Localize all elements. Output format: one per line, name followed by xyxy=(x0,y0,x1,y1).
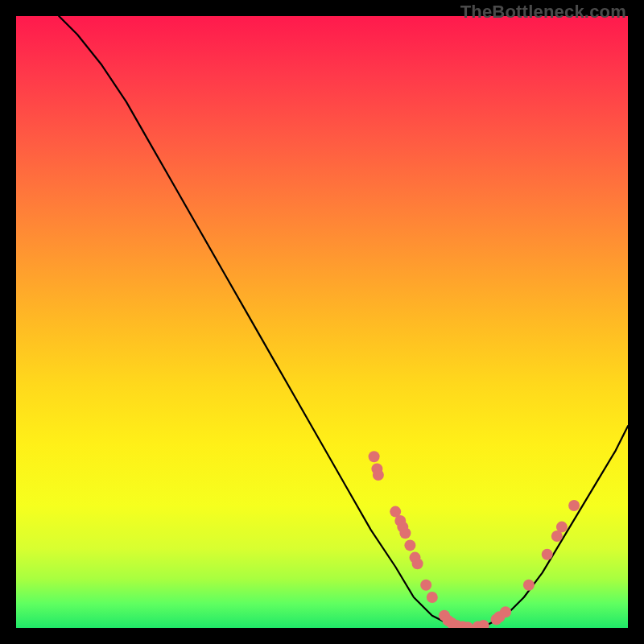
data-marker xyxy=(523,580,535,591)
attribution-label: TheBottleneck.com xyxy=(460,2,626,23)
data-marker xyxy=(373,469,384,481)
chart-frame xyxy=(16,16,628,628)
data-marker xyxy=(556,522,568,533)
bottleneck-curve xyxy=(59,16,628,628)
data-marker xyxy=(478,620,489,628)
data-marker xyxy=(404,539,415,551)
data-marker xyxy=(412,558,423,569)
data-marker xyxy=(568,500,580,511)
chart-svg xyxy=(16,16,628,628)
data-marker xyxy=(500,606,511,617)
data-marker xyxy=(427,592,438,603)
data-marker xyxy=(369,451,380,462)
data-marker xyxy=(399,527,411,539)
plot-area xyxy=(16,16,628,628)
data-marker xyxy=(420,580,431,591)
data-marker xyxy=(542,549,553,560)
marker-group xyxy=(369,451,580,628)
